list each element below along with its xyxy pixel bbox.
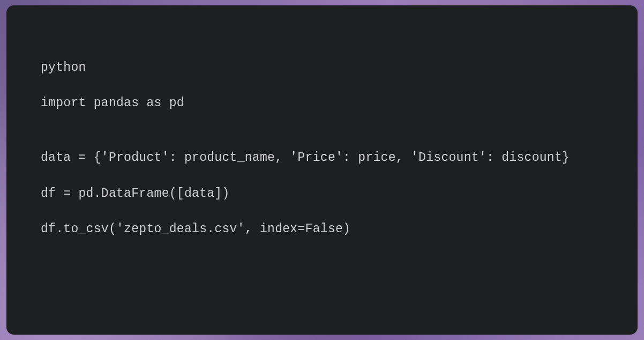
code-blank-line: [41, 112, 603, 149]
code-line-data-dict: data = {'Product': product_name, 'Price'…: [41, 149, 603, 166]
code-blank-line: [41, 167, 603, 185]
code-line-dataframe: df = pd.DataFrame([data]): [41, 185, 603, 202]
code-language-label: python: [41, 59, 603, 76]
code-block-container: python import pandas as pd data = {'Prod…: [6, 5, 638, 335]
code-blank-line: [41, 76, 603, 94]
code-line-import: import pandas as pd: [41, 94, 603, 112]
code-line-tocsv: df.to_csv('zepto_deals.csv', index=False…: [41, 220, 603, 238]
code-blank-line: [41, 202, 603, 220]
